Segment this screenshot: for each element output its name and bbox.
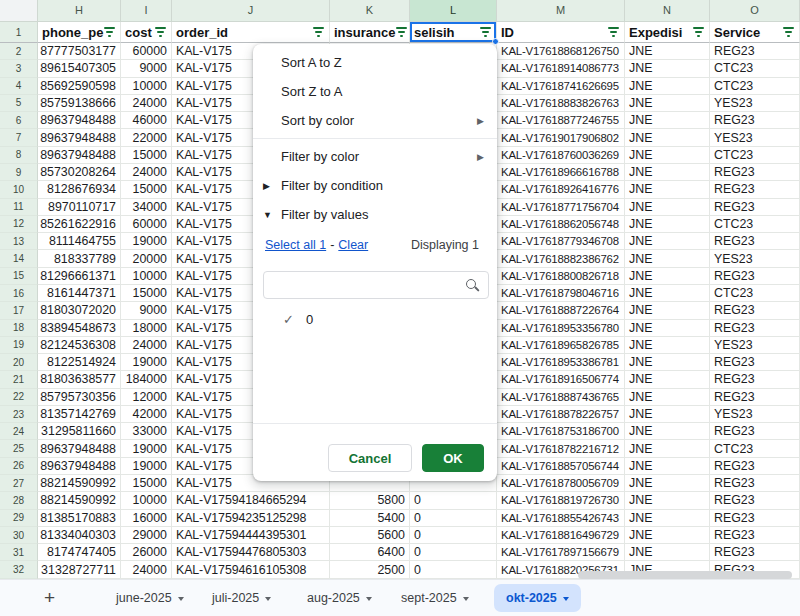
cell[interactable]: 18000: [121, 320, 172, 337]
cell[interactable]: KAL-V17618887226764: [497, 302, 625, 319]
row-number[interactable]: 9: [0, 164, 38, 181]
cell[interactable]: 89637948488: [38, 440, 121, 457]
cell[interactable]: 60000: [121, 43, 172, 60]
cell[interactable]: 8111464755: [38, 233, 121, 250]
cell[interactable]: JNE: [625, 320, 710, 337]
cell[interactable]: KAL-V17618857056744: [497, 458, 625, 475]
select-all-corner[interactable]: [0, 0, 38, 22]
column-letter-J[interactable]: J: [172, 0, 330, 22]
row-number[interactable]: 28: [0, 492, 38, 509]
cell[interactable]: KAL-V17617897156679: [497, 544, 625, 561]
cell[interactable]: 0: [410, 492, 497, 509]
row-number[interactable]: 27: [0, 475, 38, 492]
row-number[interactable]: 8: [0, 147, 38, 164]
header-cell-ID[interactable]: ID: [497, 22, 625, 43]
cell[interactable]: KAL-V17618779346708: [497, 233, 625, 250]
header-cell-Service[interactable]: Service: [710, 22, 800, 43]
cell[interactable]: JNE: [625, 423, 710, 440]
row-number[interactable]: 14: [0, 250, 38, 267]
cell[interactable]: KAL-V17618916506774: [497, 371, 625, 388]
cell[interactable]: JNE: [625, 112, 710, 129]
cell[interactable]: REG23: [710, 492, 800, 509]
filter-icon[interactable]: [395, 27, 407, 37]
cell[interactable]: REG23: [710, 389, 800, 406]
cell[interactable]: JNE: [625, 95, 710, 112]
cell[interactable]: 15000: [121, 181, 172, 198]
cell[interactable]: 33000: [121, 423, 172, 440]
row-number[interactable]: 26: [0, 458, 38, 475]
cell[interactable]: KAL-V17619017906802: [497, 129, 625, 146]
cell[interactable]: REG23: [710, 199, 800, 216]
cell[interactable]: 0: [410, 544, 497, 561]
cell[interactable]: KAL-V17594476805303: [172, 544, 330, 561]
cell[interactable]: 8128676934: [38, 181, 121, 198]
cell[interactable]: JNE: [625, 268, 710, 285]
cell[interactable]: 24000: [121, 95, 172, 112]
cell[interactable]: JNE: [625, 181, 710, 198]
cell[interactable]: JNE: [625, 440, 710, 457]
cell[interactable]: KAL-V17618760036269: [497, 147, 625, 164]
cell[interactable]: REG23: [710, 43, 800, 60]
cell[interactable]: 5600: [330, 527, 410, 544]
cell[interactable]: REG23: [710, 510, 800, 527]
cell[interactable]: YES23: [710, 129, 800, 146]
filter-icon[interactable]: [154, 27, 166, 37]
cell[interactable]: KAL-V17618800826718: [497, 268, 625, 285]
cell[interactable]: 10000: [121, 268, 172, 285]
cell[interactable]: KAL-V17594444395301: [172, 527, 330, 544]
row-number[interactable]: 24: [0, 423, 38, 440]
cell[interactable]: KAL-V17594235125298: [172, 510, 330, 527]
filter-icon[interactable]: [607, 27, 619, 37]
cell[interactable]: 89615407305: [38, 60, 121, 77]
menu-item-filter-by-condition[interactable]: ▶ Filter by condition: [253, 171, 497, 200]
all-sheets-menu-icon[interactable]: [76, 593, 91, 604]
cell[interactable]: YES23: [710, 250, 800, 267]
cell[interactable]: 89637948488: [38, 129, 121, 146]
tab-dropdown-icon[interactable]: [563, 597, 569, 601]
cell[interactable]: REG23: [710, 302, 800, 319]
cell[interactable]: 85261622916: [38, 216, 121, 233]
cell[interactable]: JNE: [625, 164, 710, 181]
cell[interactable]: 81334040303: [38, 527, 121, 544]
filter-icon[interactable]: [782, 27, 794, 37]
cell[interactable]: JNE: [625, 147, 710, 164]
tab-dropdown-icon[interactable]: [265, 597, 271, 601]
cell[interactable]: CTC23: [710, 216, 800, 233]
cell[interactable]: REG23: [710, 181, 800, 198]
cell[interactable]: 89637948488: [38, 147, 121, 164]
cell[interactable]: 89637948488: [38, 458, 121, 475]
row-number[interactable]: 19: [0, 337, 38, 354]
row-number[interactable]: 3: [0, 60, 38, 77]
cell[interactable]: JNE: [625, 475, 710, 492]
row-number[interactable]: 23: [0, 406, 38, 423]
select-all-link[interactable]: Select all 1: [265, 238, 326, 252]
column-letter-H[interactable]: H: [38, 0, 121, 22]
menu-item-sort-by-color[interactable]: Sort by color ▶: [253, 106, 497, 135]
column-letter-M[interactable]: M: [497, 0, 625, 22]
row-number[interactable]: 7: [0, 129, 38, 146]
cell[interactable]: JNE: [625, 285, 710, 302]
cell[interactable]: 46000: [121, 112, 172, 129]
cell[interactable]: JNE: [625, 371, 710, 388]
menu-item-sort-z-to-a[interactable]: Sort Z to A: [253, 77, 497, 106]
row-number[interactable]: 15: [0, 268, 38, 285]
cell[interactable]: 8174747405: [38, 544, 121, 561]
cell[interactable]: 2500: [330, 561, 410, 578]
column-letter-K[interactable]: K: [330, 0, 410, 22]
cell[interactable]: KAL-V17594184665294: [172, 492, 330, 509]
cell[interactable]: JNE: [625, 406, 710, 423]
cell[interactable]: KAL-V17618798046716: [497, 285, 625, 302]
cell[interactable]: KAL-V17618771756704: [497, 199, 625, 216]
filter-icon[interactable]: [479, 27, 491, 37]
cell[interactable]: KAL-V17618862056748: [497, 216, 625, 233]
cell[interactable]: KAL-V17618878226757: [497, 406, 625, 423]
cell[interactable]: KAL-V17618926416776: [497, 181, 625, 198]
cell[interactable]: 81385170883: [38, 510, 121, 527]
cell[interactable]: JNE: [625, 129, 710, 146]
cell[interactable]: KAL-V17618966616788: [497, 164, 625, 181]
ok-button[interactable]: OK: [422, 444, 484, 472]
row-number[interactable]: 32: [0, 561, 38, 578]
cell[interactable]: 9000: [121, 60, 172, 77]
cell[interactable]: JNE: [625, 233, 710, 250]
cell[interactable]: 89637948488: [38, 112, 121, 129]
